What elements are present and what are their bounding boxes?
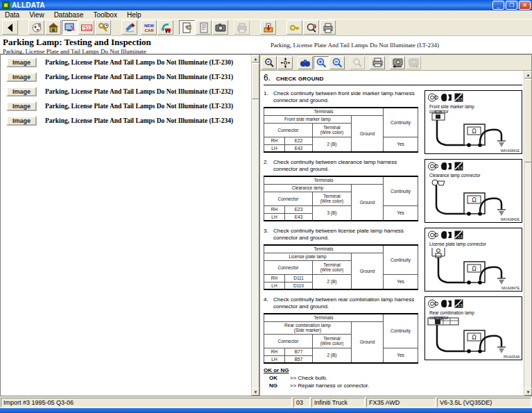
image-button[interactable]: Image	[6, 58, 37, 67]
main-toolbar: 7531 NEWCAR F	[0, 19, 532, 36]
menu-toolbox[interactable]: Toolbox	[88, 10, 121, 19]
terminals-table: TerminalsContinuity Rear combination lam…	[264, 313, 418, 364]
search-refresh-icon	[306, 22, 317, 33]
menu-view[interactable]: View	[24, 10, 49, 19]
step-number: 1.	[264, 90, 268, 97]
zoom-in-blue-button[interactable]	[314, 56, 329, 69]
image-button[interactable]: Image	[6, 72, 37, 82]
viewer-scrollbar[interactable]: ▲ ▼	[524, 71, 531, 396]
camera-button[interactable]	[212, 20, 228, 35]
list-item[interactable]: Image Parking, License Plate And Tail La…	[6, 116, 249, 126]
fuse-1-5-icon: 1.5	[454, 299, 463, 308]
terminals-table: TerminalsContinuity License plate lampGr…	[264, 244, 418, 290]
page-left-button[interactable]	[390, 56, 405, 69]
scroll-up-icon[interactable]: ▲	[524, 71, 532, 78]
viewer-toolbar	[260, 55, 531, 71]
connector-view-icon	[428, 299, 438, 308]
scroll-up-icon[interactable]: ▲	[252, 55, 259, 62]
menu-database[interactable]: Database	[49, 10, 89, 19]
restore-button[interactable]: ❐	[506, 1, 517, 10]
article-link[interactable]: Parking, License Plate And Tail Lamps Do…	[45, 59, 233, 66]
document-content: 6. CHECK GROUND 1.Check continuity betwe…	[260, 71, 531, 396]
svg-text:1.5: 1.5	[458, 98, 463, 101]
print-button[interactable]	[320, 20, 336, 35]
svg-text:NEW: NEW	[144, 24, 154, 28]
terminals-table: TerminalsContinuity Front side marker la…	[264, 107, 418, 153]
new-car-icon: NEWCAR	[144, 22, 155, 33]
zoom-in-blue-icon	[316, 58, 327, 68]
pan-icon	[280, 58, 291, 68]
computer-settings-button[interactable]	[62, 20, 78, 35]
new-car-button[interactable]: NEWCAR	[141, 20, 157, 35]
estimate-7531-icon: 7531	[81, 22, 92, 33]
status-code: 03	[293, 398, 310, 407]
viewer-print-button[interactable]	[370, 56, 385, 69]
article-link[interactable]: Parking, License Plate And Tail Lamps Do…	[45, 74, 233, 81]
diagram-label: License plate lamp connector	[429, 242, 489, 246]
page-right-button	[406, 56, 421, 69]
close-button[interactable]: ✕	[519, 1, 531, 10]
image-button[interactable]: Image	[6, 116, 37, 126]
menu-data[interactable]: Data	[0, 10, 24, 19]
pan-button[interactable]	[277, 56, 293, 69]
estimate-7531-button[interactable]: 7531	[78, 20, 94, 35]
home-button[interactable]	[45, 20, 61, 35]
scroll-down-icon[interactable]: ▼	[252, 388, 259, 396]
image-button[interactable]: Image	[6, 87, 37, 96]
search-dog-button[interactable]	[28, 20, 44, 35]
document-text-button[interactable]	[196, 20, 212, 35]
import-inbox-button[interactable]	[260, 20, 276, 35]
back-button[interactable]	[2, 20, 18, 35]
printer-icon	[323, 22, 334, 33]
key-button[interactable]	[286, 20, 302, 35]
svg-text:7531: 7531	[81, 25, 92, 30]
svg-text:Ω: Ω	[472, 335, 476, 341]
title-bar: ALLDATA _ ❐ ✕	[0, 0, 532, 10]
zoom-out-blue-icon	[332, 58, 343, 68]
section-number: 6.	[264, 73, 271, 83]
svg-text:1.5: 1.5	[458, 167, 463, 170]
document-image-button[interactable]: F	[179, 20, 195, 35]
scroll-down-icon[interactable]: ▼	[524, 388, 532, 396]
ng-label: NG	[269, 382, 290, 390]
viewer-doc-title: Parking, License Plate And Tail Lamps Do…	[269, 36, 532, 53]
zoom-out-blue-button[interactable]	[329, 56, 345, 69]
svg-text:CAR: CAR	[144, 28, 154, 33]
search-refresh-button[interactable]	[303, 20, 319, 35]
scroll-thumb[interactable]	[252, 63, 259, 99]
article-link[interactable]: Parking, License Plate And Tail Lamps Do…	[45, 117, 233, 124]
search-binoculars-button[interactable]	[298, 56, 313, 69]
svg-text:1.5: 1.5	[458, 304, 463, 307]
minimize-button[interactable]: _	[492, 1, 504, 10]
image-button[interactable]: Image	[6, 101, 37, 111]
step-4: 4.Check continuity between rear combinat…	[264, 296, 522, 364]
camera-icon	[215, 22, 226, 33]
menu-help[interactable]: Help	[122, 10, 146, 19]
continuity-test-drawing: Ω	[427, 110, 521, 149]
page-right-icon	[408, 58, 420, 68]
diagram-image: 1.5 Clearance lamp connector Ω	[424, 159, 522, 223]
step-number: 4.	[264, 296, 268, 303]
status-engine: V6-3.5L (VQ35DE)	[437, 398, 531, 407]
section-title: CHECK GROUND	[276, 76, 324, 82]
list-item[interactable]: Image Parking, License Plate And Tail La…	[6, 72, 249, 82]
figure-code: WKIA0842E	[501, 217, 520, 221]
scroll-thumb[interactable]	[524, 79, 532, 162]
keys-clock-button[interactable]	[95, 20, 111, 35]
section-header: 6. CHECK GROUND	[264, 73, 522, 85]
sidebar-scrollbar[interactable]: ▲ ▼	[251, 55, 259, 396]
article-link[interactable]: Parking, License Plate And Tail Lamps Do…	[45, 88, 233, 95]
zoom-in-button[interactable]	[261, 56, 277, 69]
list-item[interactable]: Image Parking, License Plate And Tail La…	[6, 58, 249, 67]
car-return-button[interactable]	[157, 20, 173, 35]
printer-disabled-icon	[237, 22, 248, 33]
article-link[interactable]: Parking, License Plate And Tail Lamps Do…	[45, 103, 233, 110]
car-wash-brush-button[interactable]	[121, 20, 137, 35]
step-text: Check continuity between clearance lamp …	[273, 159, 397, 172]
zoom-in-icon	[264, 58, 275, 68]
step-text: Check continuity between rear combinatio…	[273, 296, 414, 310]
list-item[interactable]: Image Parking, License Plate And Tail La…	[6, 101, 249, 111]
list-item[interactable]: Image Parking, License Plate And Tail La…	[6, 87, 249, 96]
zoom-disabled-button	[350, 56, 365, 69]
step-text: Check continuity between license plate l…	[273, 228, 404, 241]
